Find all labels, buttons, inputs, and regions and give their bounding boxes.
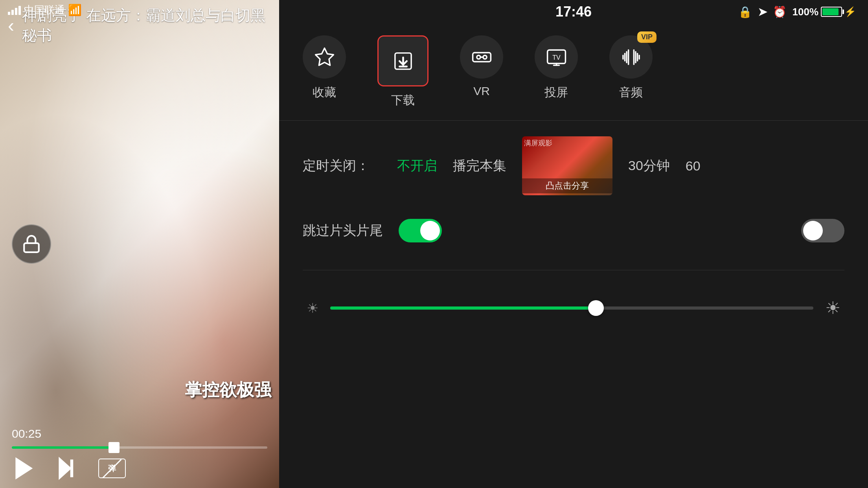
brightness-row: ☀ ☀ [303,298,844,318]
timer-option-4[interactable]: 60 [686,158,701,174]
star-icon [314,46,335,68]
vip-badge: VIP [637,31,657,43]
play-button[interactable] [12,457,35,480]
audio-item[interactable]: VIP 音频 [609,35,653,101]
battery-fill [822,8,839,15]
video-panel: ‹ 神剧亮了 在远方：霸道刘总与白切黑秘书 中国联通 📶 掌控欲极强 00:25 [0,0,279,488]
svg-marker-2 [60,460,70,477]
carrier-label: 中国联通 [24,3,65,17]
progress-thumb[interactable] [108,442,120,453]
favorite-circle [303,35,346,79]
vr-item[interactable]: VR [460,35,503,98]
audio-label: 音频 [619,84,643,101]
brightness-high-icon: ☀ [825,298,840,318]
svg-marker-4 [315,48,333,65]
bolt-icon: ⚡ [844,6,856,17]
skip-toggle[interactable] [399,219,442,242]
slider-thumb[interactable] [588,300,604,316]
vr-label: VR [473,84,490,98]
cast-item[interactable]: TV 投屏 [535,35,578,101]
download-item[interactable]: 下载 [377,35,428,108]
brightness-low-icon: ☀ [307,300,318,316]
cast-icon: TV [546,46,567,68]
timer-label: 定时关闭： [303,157,381,175]
download-circle [377,35,428,86]
favorite-label: 收藏 [313,84,336,101]
progress-area: 00:25 [0,427,279,449]
timer-active-option[interactable]: 不开启 [397,157,437,175]
icon-row: 收藏 下载 [279,24,868,121]
alarm-icon: ⏰ [773,6,787,18]
brightness-slider[interactable] [330,306,813,310]
timer-option-2[interactable]: 播完本集 [453,157,506,175]
next-button[interactable] [55,457,79,480]
settings-area: 定时关闭： 不开启 播完本集 满屏观影 凸点击分享 30分钟 60 跳过片头片尾 [279,121,868,334]
play-icon [12,457,35,480]
svg-marker-1 [17,460,31,477]
progress-bar[interactable] [12,446,267,449]
timer-option-3[interactable]: 30分钟 [628,157,670,175]
second-toggle-knob [803,221,823,240]
skip-label: 跳过片头片尾 [303,222,383,240]
download-label: 下载 [391,92,415,108]
vr-icon [471,46,493,68]
signal-bars [8,6,21,15]
divider [303,270,844,270]
preview-share-label[interactable]: 凸点击分享 [522,178,612,193]
status-bar-right: 17:46 🔒 ➤ ⏰ 100% ⚡ [279,0,868,24]
cast-label: 投屏 [544,84,568,101]
status-right-icons: 🔒 ➤ ⏰ 100% ⚡ [738,6,857,18]
back-button[interactable]: ‹ [8,16,14,35]
favorite-item[interactable]: 收藏 [303,35,346,101]
download-icon [392,50,414,72]
svg-rect-0 [24,243,39,252]
preview-thumbnail[interactable]: 满屏观影 凸点击分享 [522,136,612,195]
battery-container: 100% ⚡ [793,6,857,18]
progress-fill [12,446,114,449]
time-label: 00:25 [12,427,267,440]
toggle-knob [420,221,440,240]
subtitle-text: 掌控欲极强 [185,378,271,402]
next-icon [55,457,79,480]
location-icon: ➤ [758,6,767,18]
cast-circle: TV [535,35,578,79]
svg-text:TV: TV [552,54,561,61]
danmu-button[interactable]: 弹 [98,459,126,478]
audio-icon [620,46,642,68]
lock-icon [22,234,41,254]
slider-fill [330,306,596,310]
battery-percent: 100% [793,6,819,18]
right-panel: 17:46 🔒 ➤ ⏰ 100% ⚡ 收藏 [279,0,868,488]
preview-watermark: 满屏观影 [524,138,552,148]
timer-row: 定时关闭： 不开启 播完本集 满屏观影 凸点击分享 30分钟 60 [303,136,844,195]
vr-circle [460,35,503,79]
bottom-controls: 弹 [0,457,279,480]
wifi-icon: 📶 [68,4,82,17]
danmu-icon: 弹 [98,459,126,478]
time-display: 17:46 [555,4,592,20]
lock-status-icon: 🔒 [738,6,752,18]
battery-icon [821,7,842,17]
second-toggle[interactable] [801,219,844,242]
skip-row: 跳过片头片尾 [303,219,844,242]
lock-button[interactable] [12,224,51,264]
